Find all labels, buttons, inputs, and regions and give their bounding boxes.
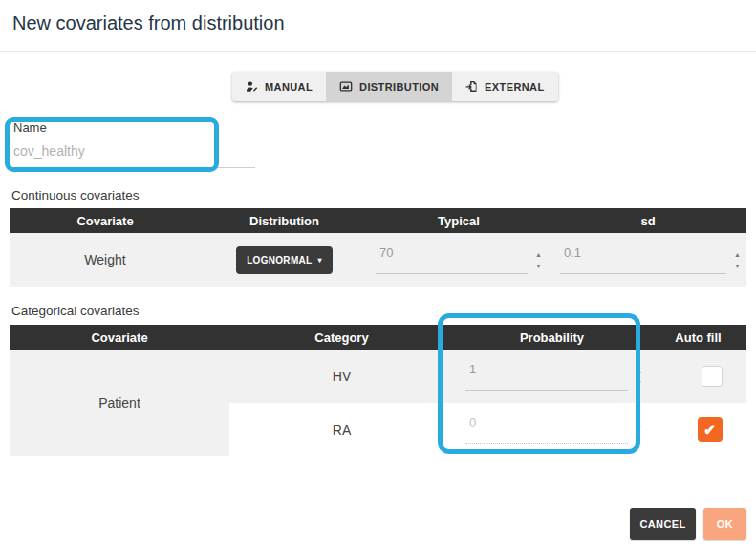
tab-external[interactable]: EXTERNAL: [452, 72, 557, 101]
sd-input[interactable]: 0.1: [560, 245, 726, 274]
check-icon: ✔: [703, 421, 716, 438]
source-tabbar: MANUAL DISTRIBUTION EXTERNAL: [232, 72, 558, 101]
page-title: New covariates from distribution: [12, 12, 285, 34]
tab-distribution[interactable]: DISTRIBUTION: [326, 72, 452, 101]
col-header-typical: Typical: [368, 214, 550, 228]
spin-down-icon[interactable]: ▼: [535, 263, 542, 269]
probability-cell-hv: 1 ▲ ▼: [454, 350, 650, 403]
name-field-block: Name cov_healthy: [13, 120, 255, 168]
continuous-table-body: Weight LOGNORMAL ▾ 70 ▲ ▼ 0.1 ▲ ▼: [10, 233, 746, 287]
col-header-autofill: Auto fill: [650, 330, 746, 345]
tab-distribution-label: DISTRIBUTION: [359, 81, 439, 93]
covariate-name-cell: Weight: [10, 233, 201, 287]
new-covariates-dialog: New covariates from distribution MANUAL …: [0, 0, 756, 552]
spin-down-icon[interactable]: ▼: [734, 263, 741, 269]
col-header-covariate: Covariate: [10, 330, 229, 345]
col-header-distribution: Distribution: [201, 214, 368, 228]
user-edit-icon: [246, 80, 258, 93]
tab-manual[interactable]: MANUAL: [232, 72, 326, 101]
spin-down-icon: ▼: [636, 433, 642, 439]
typical-stepper[interactable]: ▲ ▼: [535, 251, 542, 269]
autofill-checkbox-hv[interactable]: [702, 366, 723, 387]
distribution-cell: LOGNORMAL ▾: [201, 233, 368, 287]
tab-external-label: EXTERNAL: [485, 81, 544, 93]
ok-button[interactable]: OK: [703, 508, 746, 540]
spin-up-icon[interactable]: ▲: [535, 251, 542, 258]
spin-up-icon[interactable]: ▲: [636, 368, 642, 374]
spin-down-icon[interactable]: ▼: [636, 379, 642, 386]
distribution-dropdown[interactable]: LOGNORMAL ▾: [236, 246, 333, 274]
continuous-section-label: Continuous covariates: [11, 188, 140, 202]
col-header-sd: sd: [550, 214, 746, 228]
cancel-button[interactable]: CANCEL: [630, 508, 696, 540]
category-cell-ra: RA: [229, 403, 454, 456]
continuous-table: Covariate Distribution Typical sd Weight…: [10, 208, 746, 287]
col-header-probability: Probability: [454, 330, 650, 345]
probability-stepper-ra: ▲ ▼: [636, 421, 642, 439]
autofill-cell-hv: [650, 350, 746, 403]
name-input[interactable]: cov_healthy: [13, 143, 255, 168]
covariate-name-cell: Patient: [10, 350, 229, 456]
tab-manual-label: MANUAL: [265, 81, 313, 93]
typical-cell: 70 ▲ ▼: [368, 233, 550, 287]
categorical-table-header: Covariate Category Probability Auto fill: [10, 325, 746, 350]
spin-up-icon: ▲: [636, 421, 642, 428]
continuous-table-header: Covariate Distribution Typical sd: [10, 208, 746, 233]
categorical-table-body: Patient HV 1 ▲ ▼ RA 0 ▲ ▼: [10, 350, 746, 456]
autofill-cell-ra: ✔: [650, 403, 746, 456]
autofill-checkbox-ra[interactable]: ✔: [698, 417, 723, 442]
probability-cell-ra: 0 ▲ ▼: [454, 403, 650, 456]
category-cell-hv: HV: [229, 350, 454, 403]
spin-up-icon[interactable]: ▲: [734, 251, 741, 258]
categorical-section-label: Categorical covariates: [11, 304, 140, 318]
probability-input-ra: 0: [465, 415, 628, 444]
file-import-icon: [465, 80, 478, 93]
chart-icon: [339, 80, 353, 93]
distribution-dropdown-label: LOGNORMAL: [247, 255, 312, 265]
sd-cell: 0.1 ▲ ▼: [550, 233, 746, 287]
col-header-category: Category: [229, 330, 454, 345]
typical-input[interactable]: 70: [376, 245, 528, 274]
name-field-label: Name: [13, 120, 255, 135]
sd-stepper[interactable]: ▲ ▼: [734, 251, 741, 269]
probability-input-hv[interactable]: 1: [465, 362, 628, 391]
probability-stepper-hv[interactable]: ▲ ▼: [636, 368, 642, 386]
categorical-table: Covariate Category Probability Auto fill…: [10, 325, 746, 456]
caret-down-icon: ▾: [317, 256, 321, 265]
col-header-covariate: Covariate: [10, 214, 201, 228]
title-divider: [0, 51, 756, 52]
